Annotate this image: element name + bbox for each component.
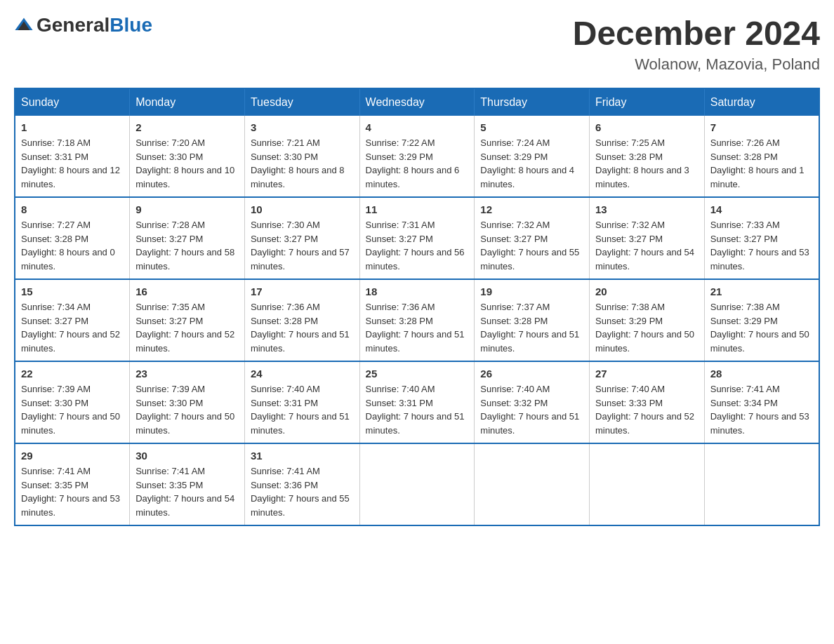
day-info: Sunrise: 7:39 AM Sunset: 3:30 PM Dayligh… (135, 382, 239, 437)
day-number: 2 (135, 121, 239, 133)
day-info: Sunrise: 7:32 AM Sunset: 3:27 PM Dayligh… (595, 218, 699, 273)
day-info: Sunrise: 7:36 AM Sunset: 3:28 PM Dayligh… (366, 300, 469, 355)
day-number: 26 (480, 368, 583, 380)
day-number: 4 (366, 121, 469, 133)
day-number: 31 (251, 450, 354, 462)
day-info: Sunrise: 7:21 AM Sunset: 3:30 PM Dayligh… (251, 136, 354, 191)
day-info: Sunrise: 7:25 AM Sunset: 3:28 PM Dayligh… (595, 136, 699, 191)
cell-week4-day5: 27 Sunrise: 7:40 AM Sunset: 3:33 PM Dayl… (590, 361, 705, 443)
calendar-header: Sunday Monday Tuesday Wednesday Thursday… (15, 88, 819, 116)
header-row: Sunday Monday Tuesday Wednesday Thursday… (15, 88, 819, 116)
day-number: 6 (595, 121, 699, 133)
day-info: Sunrise: 7:40 AM Sunset: 3:32 PM Dayligh… (480, 382, 583, 437)
cell-week3-day3: 18 Sunrise: 7:36 AM Sunset: 3:28 PM Dayl… (359, 279, 475, 361)
logo-blue-text: Blue (110, 14, 152, 36)
cell-week2-day4: 12 Sunrise: 7:32 AM Sunset: 3:27 PM Dayl… (475, 197, 590, 279)
day-number: 15 (21, 286, 124, 297)
day-info: Sunrise: 7:40 AM Sunset: 3:33 PM Dayligh… (595, 382, 699, 437)
day-info: Sunrise: 7:41 AM Sunset: 3:36 PM Dayligh… (251, 464, 354, 519)
cell-week5-day2: 31 Sunrise: 7:41 AM Sunset: 3:36 PM Dayl… (244, 443, 359, 525)
cell-week2-day0: 8 Sunrise: 7:27 AM Sunset: 3:28 PM Dayli… (15, 197, 130, 279)
cell-week4-day0: 22 Sunrise: 7:39 AM Sunset: 3:30 PM Dayl… (15, 361, 130, 443)
day-number: 17 (251, 286, 354, 297)
day-info: Sunrise: 7:38 AM Sunset: 3:29 PM Dayligh… (595, 300, 699, 355)
day-info: Sunrise: 7:32 AM Sunset: 3:27 PM Dayligh… (480, 218, 583, 273)
location-text: Wolanow, Mazovia, Poland (573, 55, 820, 74)
day-number: 25 (366, 368, 469, 380)
cell-week5-day1: 30 Sunrise: 7:41 AM Sunset: 3:35 PM Dayl… (130, 443, 245, 525)
day-info: Sunrise: 7:34 AM Sunset: 3:27 PM Dayligh… (21, 300, 124, 355)
cell-week1-day6: 7 Sunrise: 7:26 AM Sunset: 3:28 PM Dayli… (704, 116, 819, 197)
day-number: 28 (710, 368, 813, 380)
page-header: GeneralBlue December 2024 Wolanow, Mazov… (14, 14, 820, 74)
day-info: Sunrise: 7:41 AM Sunset: 3:35 PM Dayligh… (135, 464, 239, 519)
day-info: Sunrise: 7:38 AM Sunset: 3:29 PM Dayligh… (710, 300, 813, 355)
day-info: Sunrise: 7:41 AM Sunset: 3:34 PM Dayligh… (710, 382, 813, 437)
week-row-5: 29 Sunrise: 7:41 AM Sunset: 3:35 PM Dayl… (15, 443, 819, 525)
cell-week5-day6 (704, 443, 819, 525)
week-row-2: 8 Sunrise: 7:27 AM Sunset: 3:28 PM Dayli… (15, 197, 819, 279)
day-info: Sunrise: 7:41 AM Sunset: 3:35 PM Dayligh… (21, 464, 124, 519)
cell-week4-day6: 28 Sunrise: 7:41 AM Sunset: 3:34 PM Dayl… (704, 361, 819, 443)
cell-week5-day0: 29 Sunrise: 7:41 AM Sunset: 3:35 PM Dayl… (15, 443, 130, 525)
day-number: 1 (21, 121, 124, 133)
cell-week1-day3: 4 Sunrise: 7:22 AM Sunset: 3:29 PM Dayli… (359, 116, 475, 197)
day-number: 11 (366, 203, 469, 215)
day-number: 20 (595, 286, 699, 297)
cell-week5-day4 (475, 443, 590, 525)
logo-icon (14, 15, 34, 35)
cell-week5-day3 (359, 443, 475, 525)
day-number: 24 (251, 368, 354, 380)
logo-general-text: General (37, 14, 110, 36)
cell-week1-day0: 1 Sunrise: 7:18 AM Sunset: 3:31 PM Dayli… (15, 116, 130, 197)
day-number: 5 (480, 121, 583, 133)
cell-week2-day3: 11 Sunrise: 7:31 AM Sunset: 3:27 PM Dayl… (359, 197, 475, 279)
cell-week2-day6: 14 Sunrise: 7:33 AM Sunset: 3:27 PM Dayl… (704, 197, 819, 279)
logo: GeneralBlue (14, 14, 152, 36)
cell-week2-day2: 10 Sunrise: 7:30 AM Sunset: 3:27 PM Dayl… (244, 197, 359, 279)
day-number: 7 (710, 121, 813, 133)
cell-week1-day1: 2 Sunrise: 7:20 AM Sunset: 3:30 PM Dayli… (130, 116, 245, 197)
day-number: 12 (480, 203, 583, 215)
day-number: 13 (595, 203, 699, 215)
cell-week4-day3: 25 Sunrise: 7:40 AM Sunset: 3:31 PM Dayl… (359, 361, 475, 443)
day-info: Sunrise: 7:31 AM Sunset: 3:27 PM Dayligh… (366, 218, 469, 273)
day-number: 10 (251, 203, 354, 215)
week-row-1: 1 Sunrise: 7:18 AM Sunset: 3:31 PM Dayli… (15, 116, 819, 197)
cell-week4-day2: 24 Sunrise: 7:40 AM Sunset: 3:31 PM Dayl… (244, 361, 359, 443)
day-number: 16 (135, 286, 239, 297)
day-number: 19 (480, 286, 583, 297)
cell-week3-day0: 15 Sunrise: 7:34 AM Sunset: 3:27 PM Dayl… (15, 279, 130, 361)
week-row-4: 22 Sunrise: 7:39 AM Sunset: 3:30 PM Dayl… (15, 361, 819, 443)
header-friday: Friday (590, 88, 705, 116)
week-row-3: 15 Sunrise: 7:34 AM Sunset: 3:27 PM Dayl… (15, 279, 819, 361)
header-sunday: Sunday (15, 88, 130, 116)
calendar-body: 1 Sunrise: 7:18 AM Sunset: 3:31 PM Dayli… (15, 116, 819, 525)
day-number: 30 (135, 450, 239, 462)
header-wednesday: Wednesday (359, 88, 475, 116)
day-number: 8 (21, 203, 124, 215)
header-saturday: Saturday (704, 88, 819, 116)
header-tuesday: Tuesday (244, 88, 359, 116)
cell-week5-day5 (590, 443, 705, 525)
cell-week3-day2: 17 Sunrise: 7:36 AM Sunset: 3:28 PM Dayl… (244, 279, 359, 361)
cell-week1-day4: 5 Sunrise: 7:24 AM Sunset: 3:29 PM Dayli… (475, 116, 590, 197)
day-number: 27 (595, 368, 699, 380)
day-info: Sunrise: 7:28 AM Sunset: 3:27 PM Dayligh… (135, 218, 239, 273)
header-monday: Monday (130, 88, 245, 116)
cell-week3-day4: 19 Sunrise: 7:37 AM Sunset: 3:28 PM Dayl… (475, 279, 590, 361)
day-number: 18 (366, 286, 469, 297)
day-number: 23 (135, 368, 239, 380)
day-number: 22 (21, 368, 124, 380)
day-info: Sunrise: 7:37 AM Sunset: 3:28 PM Dayligh… (480, 300, 583, 355)
cell-week4-day4: 26 Sunrise: 7:40 AM Sunset: 3:32 PM Dayl… (475, 361, 590, 443)
day-info: Sunrise: 7:27 AM Sunset: 3:28 PM Dayligh… (21, 218, 124, 273)
cell-week3-day5: 20 Sunrise: 7:38 AM Sunset: 3:29 PM Dayl… (590, 279, 705, 361)
cell-week1-day5: 6 Sunrise: 7:25 AM Sunset: 3:28 PM Dayli… (590, 116, 705, 197)
day-info: Sunrise: 7:39 AM Sunset: 3:30 PM Dayligh… (21, 382, 124, 437)
cell-week1-day2: 3 Sunrise: 7:21 AM Sunset: 3:30 PM Dayli… (244, 116, 359, 197)
cell-week3-day1: 16 Sunrise: 7:35 AM Sunset: 3:27 PM Dayl… (130, 279, 245, 361)
day-number: 29 (21, 450, 124, 462)
calendar-table: Sunday Monday Tuesday Wednesday Thursday… (14, 88, 820, 526)
day-info: Sunrise: 7:18 AM Sunset: 3:31 PM Dayligh… (21, 136, 124, 191)
